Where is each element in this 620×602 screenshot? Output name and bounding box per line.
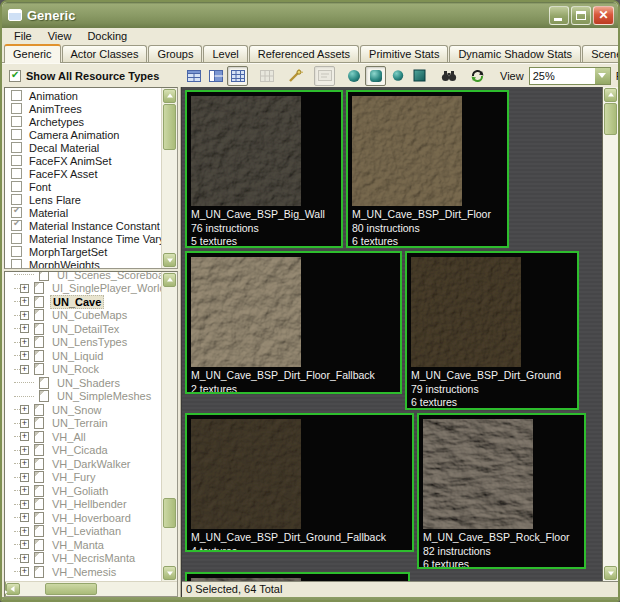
resource-type-checkbox[interactable] xyxy=(11,116,22,127)
expand-plus-icon[interactable]: + xyxy=(20,284,29,293)
resource-type-checkbox[interactable] xyxy=(11,142,22,153)
refresh-button[interactable] xyxy=(467,66,488,86)
asset-tile[interactable]: M_UN_Cave_BSP_Rock_Floor 82 instructions… xyxy=(417,413,586,569)
asset-tile[interactable]: M_UN_Cave_BSP_Dirt_Ground 79 instruction… xyxy=(405,251,579,410)
view-list-button[interactable] xyxy=(183,66,204,86)
package-tree-row[interactable]: + UI_SinglePlayer_World xyxy=(5,282,161,296)
scroll-up-icon[interactable] xyxy=(163,273,176,287)
package-tree-hscrollbar[interactable] xyxy=(5,581,177,596)
menu-item[interactable]: View xyxy=(40,29,80,43)
package-tree-row[interactable]: + UN_Cave xyxy=(5,295,161,309)
package-tree-row[interactable]: + UN_Shaders xyxy=(5,376,161,390)
package-tree-row[interactable]: + VH_Leviathan xyxy=(5,525,161,539)
resource-type-checkbox[interactable] xyxy=(11,90,22,101)
resource-type-row[interactable]: Material xyxy=(5,206,161,219)
expand-plus-icon[interactable]: + xyxy=(20,567,29,576)
package-tree-row[interactable]: + VH_Hellbender xyxy=(5,498,161,512)
menu-item[interactable]: File xyxy=(6,29,40,43)
resource-type-row[interactable]: Material Instance Constant xyxy=(5,219,161,232)
package-tree-row[interactable]: + VH_DarkWalker xyxy=(5,457,161,471)
expand-plus-icon[interactable]: + xyxy=(20,459,29,468)
resource-type-checkbox[interactable] xyxy=(11,259,22,268)
resource-type-row[interactable]: Archetypes xyxy=(5,115,161,128)
show-all-checkbox[interactable] xyxy=(9,70,21,82)
package-tree-row[interactable]: + UN_Liquid xyxy=(5,349,161,363)
package-tree-row[interactable]: + VH_Hoverboard xyxy=(5,511,161,525)
asset-tile[interactable] xyxy=(185,572,410,581)
tab[interactable]: Dynamic Shadow Stats xyxy=(449,45,581,62)
asset-tile[interactable]: M_UN_Cave_BSP_Dirt_Ground_Fallback 4 tex… xyxy=(185,413,414,552)
package-tree-row[interactable]: + UN_SimpleMeshes xyxy=(5,390,161,404)
menu-item[interactable]: Docking xyxy=(79,29,135,43)
maximize-button[interactable] xyxy=(571,6,591,25)
package-tree-row[interactable]: + VH_NecrisManta xyxy=(5,552,161,566)
scrollbar-thumb[interactable] xyxy=(45,583,97,595)
expand-plus-icon[interactable]: + xyxy=(20,513,29,522)
expand-plus-icon[interactable]: + xyxy=(20,419,29,428)
resource-type-row[interactable]: MorphTargetSet xyxy=(5,245,161,258)
package-tree-row[interactable]: + UN_Snow xyxy=(5,403,161,417)
expand-plus-icon[interactable]: + xyxy=(20,324,29,333)
scroll-down-icon[interactable] xyxy=(163,566,176,580)
expand-plus-icon[interactable]: + xyxy=(20,351,29,360)
resource-type-row[interactable]: AnimTrees xyxy=(5,102,161,115)
show-all-resource-types[interactable]: Show All Resource Types xyxy=(2,64,181,87)
resource-type-checkbox[interactable] xyxy=(11,129,22,140)
package-tree-row[interactable]: + UN_DetailTex xyxy=(5,322,161,336)
tab[interactable]: Level xyxy=(203,45,247,62)
asset-tile[interactable]: M_UN_Cave_BSP_Dirt_Floor 80 instructions… xyxy=(346,90,509,248)
expand-plus-icon[interactable]: + xyxy=(20,405,29,414)
resource-type-row[interactable]: Lens Flare xyxy=(5,193,161,206)
package-tree-row[interactable]: + VH_Fury xyxy=(5,471,161,485)
package-tree-row[interactable]: + VH_Nemesis xyxy=(5,565,161,579)
scrollbar-thumb[interactable] xyxy=(163,104,176,150)
package-tree-scrollbar[interactable] xyxy=(161,272,177,581)
resource-type-row[interactable]: MorphWeights xyxy=(5,258,161,268)
asset-grid-scrollbar[interactable] xyxy=(602,87,618,581)
primitive-sphere-button[interactable] xyxy=(343,66,364,86)
expand-plus-icon[interactable]: + xyxy=(20,527,29,536)
primitive-plane-button[interactable] xyxy=(409,66,430,86)
minimize-button[interactable] xyxy=(549,6,569,25)
resource-type-row[interactable]: FaceFX Asset xyxy=(5,167,161,180)
apply-tool-button[interactable] xyxy=(285,66,306,86)
search-button[interactable] xyxy=(438,66,459,86)
resource-type-checkbox[interactable] xyxy=(11,194,22,205)
primitive-cube-button[interactable] xyxy=(365,66,386,86)
package-tree-row[interactable]: + UI_Scenes_Scoreboards xyxy=(5,271,161,282)
chevron-down-icon[interactable] xyxy=(595,68,610,84)
expand-plus-icon[interactable]: + xyxy=(20,338,29,347)
resource-type-row[interactable]: FaceFX AnimSet xyxy=(5,154,161,167)
resource-list-scrollbar[interactable] xyxy=(161,88,177,268)
resource-type-checkbox[interactable] xyxy=(11,233,22,244)
resource-type-checkbox[interactable] xyxy=(11,207,22,218)
resource-type-row[interactable]: Animation xyxy=(5,89,161,102)
tab[interactable]: Generic xyxy=(4,44,61,63)
package-tree-row[interactable]: + VH_All xyxy=(5,430,161,444)
expand-plus-icon[interactable]: + xyxy=(20,311,29,320)
resource-type-row[interactable]: Decal Material xyxy=(5,141,161,154)
expand-plus-icon[interactable]: + xyxy=(20,473,29,482)
resource-type-checkbox[interactable] xyxy=(11,155,22,166)
scroll-down-icon[interactable] xyxy=(604,566,617,580)
expand-plus-icon[interactable]: + xyxy=(20,432,29,441)
package-tree-row[interactable]: + VH_Goliath xyxy=(5,484,161,498)
expand-plus-icon[interactable]: + xyxy=(20,540,29,549)
asset-tile[interactable]: M_UN_Cave_BSP_Big_Wall 76 instructions 5… xyxy=(185,90,343,248)
resource-type-row[interactable]: Font xyxy=(5,180,161,193)
scroll-up-icon[interactable] xyxy=(604,88,617,102)
expand-plus-icon[interactable]: + xyxy=(20,500,29,509)
resource-type-checkbox[interactable] xyxy=(11,168,22,179)
close-button[interactable]: ✕ xyxy=(593,6,614,25)
view-thumbnails-button[interactable] xyxy=(227,66,248,86)
expand-plus-icon[interactable]: + xyxy=(20,446,29,455)
resource-type-checkbox[interactable] xyxy=(11,220,22,231)
package-tree-row[interactable]: + UN_Rock xyxy=(5,363,161,377)
asset-tile[interactable]: M_UN_Cave_BSP_Dirt_Floor_Fallback 2 text… xyxy=(185,251,402,394)
scroll-down-icon[interactable] xyxy=(163,253,176,267)
titlebar[interactable]: Generic ✕ xyxy=(2,2,618,28)
primitive-cylinder-button[interactable] xyxy=(387,66,408,86)
package-tree-row[interactable]: + UN_CubeMaps xyxy=(5,309,161,323)
tab[interactable]: Groups xyxy=(148,45,202,62)
package-tree-row[interactable]: + UN_Terrain xyxy=(5,417,161,431)
